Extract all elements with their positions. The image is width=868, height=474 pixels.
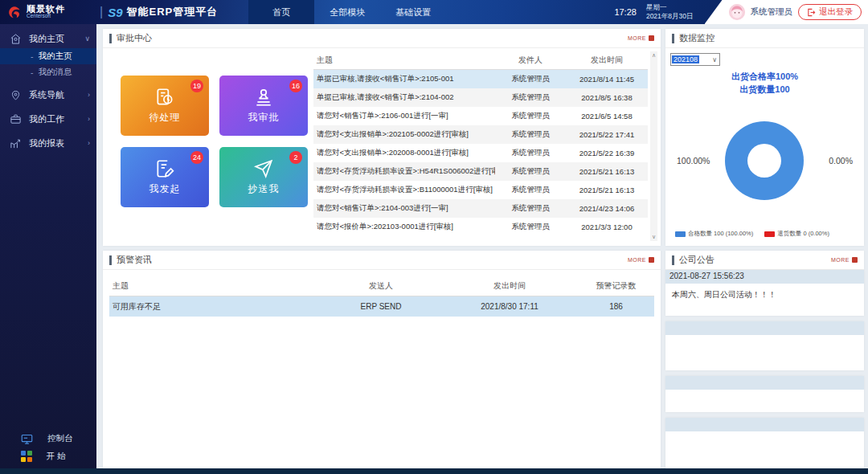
scroll-up-icon[interactable]: ∧ — [652, 52, 656, 59]
approval-center-panel: 审批中心 MORE 19 待处理 16 我审批 — [103, 29, 661, 246]
table-row[interactable]: 请您对<支出报销单>:202008-0001进行[审核] 系统管理员 2021/… — [313, 144, 648, 162]
home-icon — [10, 33, 22, 45]
tile-my-approvals[interactable]: 16 我审批 — [219, 76, 308, 136]
approval-table-header: 主题 发件人 发出时间 — [313, 51, 648, 70]
cell-sender: 系统管理员 — [495, 148, 566, 158]
cell-time: 2021/3/3 12:00 — [566, 223, 648, 231]
approval-table-scrollbar[interactable]: ∧ ∨ — [650, 51, 657, 241]
sidebar-group-my-reports[interactable]: 我的报表 › — [0, 133, 96, 153]
announcement-content: 本周六、周日公司活动！！！ — [665, 284, 864, 316]
data-monitor-panel: 数据监控 202108 ∨ 出货合格率100% 出货数量100 100.00% … — [665, 29, 864, 246]
initiated-count-badge: 24 — [190, 151, 203, 164]
nav-tab-all-modules[interactable]: 全部模块 — [314, 0, 380, 24]
tile-label: 我发起 — [149, 182, 181, 196]
table-row[interactable]: 请您对<报价单>:202103-0001进行[审核] 系统管理员 2021/3/… — [313, 218, 648, 236]
user-area: 系统管理员 退出登录 — [705, 0, 868, 24]
sidebar-group-label: 我的报表 — [29, 137, 64, 149]
announcement-item[interactable]: 2021-08-27 15:56:23 本周六、周日公司活动！！！ — [665, 270, 864, 316]
cell-subject: 请您对<报价单>:202103-0001进行[审核] — [313, 222, 495, 232]
period-value: 202108 — [672, 55, 699, 63]
main-content: 审批中心 MORE 19 待处理 16 我审批 — [96, 24, 868, 468]
announcement-item — [665, 321, 864, 370]
table-row[interactable]: 请您对<销售订单>:2106-001进行[一审] 系统管理员 2021/6/5 … — [313, 107, 648, 125]
sidebar-item-my-home[interactable]: - 我的主页 — [0, 48, 96, 64]
title-accent-bar — [672, 255, 674, 265]
briefcase-icon — [10, 113, 22, 125]
table-row[interactable]: 请您对<存货浮动耗损率设置>:B11000001进行[审核] 系统管理员 202… — [313, 181, 648, 199]
col-subject: 主题 — [109, 280, 321, 292]
cell-subject: 请您对<支出报销单>:202105-0002进行[审核] — [313, 129, 495, 140]
table-row[interactable]: 单据已审核,请接收<销售订单>:2104-002 系统管理员 2021/8/5 … — [313, 88, 648, 107]
cell-sender: 系统管理员 — [495, 222, 566, 232]
document-clock-icon — [154, 87, 175, 108]
donut-hole — [747, 144, 781, 178]
s9-logo: S9 — [108, 6, 122, 19]
chevron-down-icon: ∨ — [712, 56, 717, 63]
main-nav: 首页 全部模块 基础设置 — [248, 0, 446, 24]
alerts-more-button[interactable]: MORE — [628, 257, 654, 263]
sidebar-bottom: 控制台 开 始 — [0, 430, 96, 465]
logout-icon — [807, 8, 816, 17]
sidebar-group-my-work[interactable]: 我的工作 › — [0, 109, 96, 129]
announcements-more-button[interactable]: MORE — [831, 257, 858, 263]
tile-pending[interactable]: 19 待处理 — [121, 76, 209, 136]
tile-my-initiated[interactable]: 24 我发起 — [121, 147, 209, 207]
more-icon — [649, 257, 654, 263]
nav-tab-settings[interactable]: 基础设置 — [380, 0, 446, 24]
sidebar-group-label: 我的主页 — [29, 33, 64, 45]
approval-more-button[interactable]: MORE — [628, 35, 654, 41]
start-label: 开 始 — [47, 451, 66, 462]
sidebar-item-label: 我的主页 — [39, 51, 72, 62]
console-button[interactable]: 控制台 — [0, 430, 96, 447]
col-record-count: 预警记录数 — [578, 280, 654, 292]
period-select[interactable]: 202108 ∨ — [670, 53, 720, 66]
announcement-date — [665, 418, 864, 431]
donut-left-label: 100.00% — [677, 156, 710, 165]
title-accent-bar — [109, 34, 112, 43]
sidebar-group-label: 系统导航 — [29, 89, 64, 101]
divider: | — [100, 5, 103, 19]
cell-sender: 系统管理员 — [495, 111, 566, 121]
tile-cc-to-me[interactable]: 2 抄送我 — [219, 147, 308, 207]
company-logo: 顺景软件 Centersoft — [0, 4, 98, 20]
announcement-date — [665, 321, 864, 335]
announcements-panel: 公司公告 MORE 2021-08-27 15:56:23 本周六、周日公司活动… — [665, 251, 864, 468]
cell-time: 2021/5/21 16:13 — [566, 167, 648, 176]
sidebar-group-my-home[interactable]: 我的主页 ∨ — [0, 29, 96, 48]
cell-sender: 系统管理员 — [495, 129, 566, 140]
approval-panel-header: 审批中心 MORE — [103, 29, 661, 48]
avatar[interactable] — [729, 4, 745, 20]
top-bar: 顺景软件 Centersoft | S9 智能ERP管理平台 首页 全部模块 基… — [0, 0, 868, 24]
scroll-down-icon[interactable]: ∨ — [652, 234, 656, 240]
legend-swatch-blue — [675, 231, 686, 237]
pending-count-badge: 19 — [190, 80, 203, 92]
logout-button[interactable]: 退出登录 — [798, 4, 862, 20]
tile-label: 抄送我 — [248, 182, 280, 196]
alerts-panel-title: 预警资讯 — [117, 254, 152, 266]
cell-subject: 请您对<销售订单>:2104-003进行[一审] — [313, 203, 495, 214]
approval-tiles: 19 待处理 16 我审批 24 我发起 — [121, 76, 308, 207]
cell-subject: 单据已审核,请接收<销售订单>:2105-001 — [313, 74, 495, 84]
console-icon — [21, 433, 33, 445]
legend-label: 退货数量 0 (0.00%) — [777, 230, 829, 238]
alerts-table: 主题 发送人 发出时间 预警记录数 可用库存不足 ERP SEND 2021/8… — [109, 276, 654, 317]
table-row[interactable]: 请您对<支出报销单>:202105-0002进行[审核] 系统管理员 2021/… — [313, 125, 648, 144]
alert-row[interactable]: 可用库存不足 ERP SEND 2021/8/30 17:11 186 — [109, 296, 654, 317]
chart-icon — [10, 137, 22, 149]
table-row[interactable]: 单据已审核,请接收<销售订单>:2105-001 系统管理员 2021/8/14… — [313, 70, 648, 88]
start-button[interactable]: 开 始 — [0, 447, 96, 465]
sidebar-group-system-nav[interactable]: 系统导航 › — [0, 85, 96, 104]
title-accent-bar — [672, 34, 674, 43]
username-label: 系统管理员 — [751, 6, 793, 18]
announcement-item — [665, 376, 864, 412]
sidebar-item-my-messages[interactable]: - 我的消息 — [0, 64, 96, 80]
map-pin-icon — [10, 89, 22, 101]
nav-tab-home[interactable]: 首页 — [248, 0, 314, 24]
legend-label: 合格数量 100 (100.00%) — [688, 230, 753, 238]
approval-table: 主题 发件人 发出时间 单据已审核,请接收<销售订单>:2105-001 系统管… — [313, 51, 648, 236]
table-row[interactable]: 请您对<存货浮动耗损率设置>:H54R1S006002进行[审核] 系统管理员 … — [313, 162, 648, 181]
more-label: MORE — [831, 257, 850, 263]
announcement-date — [665, 376, 864, 390]
table-row[interactable]: 请您对<销售订单>:2104-003进行[一审] 系统管理员 2021/4/23… — [313, 199, 648, 218]
dash-marker: - — [31, 67, 34, 77]
